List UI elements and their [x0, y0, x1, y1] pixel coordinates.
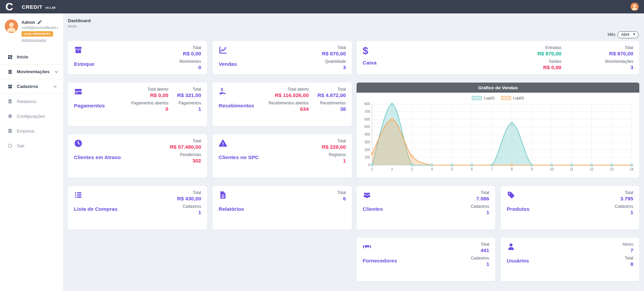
svg-text:4: 4 — [431, 167, 433, 171]
stat-value: 3 — [343, 64, 346, 71]
stat-label: Saídas — [549, 59, 561, 64]
sales-chart-card: Gráfico de Vendas Loja01Loja02 010020030… — [357, 83, 639, 178]
stat-label: Total — [337, 139, 346, 144]
sidebar-item-label: Configurações — [17, 114, 45, 119]
legend-swatch — [501, 96, 511, 100]
sidebar-item-empresa[interactable]: Empresa — [0, 124, 63, 138]
card-fornecedores[interactable]: Fornecedores Total441Cadastros1 — [357, 238, 495, 281]
card-stats: TotalR$ 228,00Registros1 — [322, 139, 346, 173]
sidebar-item-label: Início — [17, 54, 28, 59]
stat-label: Cadastros — [471, 204, 489, 209]
sidebar-item-cadastros[interactable]: Cadastros — [0, 79, 63, 94]
stat-value: R$ 870,00 — [322, 50, 346, 57]
card-title: Produtos — [507, 206, 530, 212]
sidebar-item-label: Sair — [17, 143, 25, 148]
stat-value: 6 — [343, 195, 346, 202]
handshake-icon — [363, 242, 397, 252]
sidebar-item-relatorios[interactable]: Relatórios — [0, 94, 63, 109]
stat-value: 1 — [630, 209, 633, 216]
stat-label: Total — [625, 256, 633, 261]
legend-swatch — [472, 96, 482, 100]
stat-label: Recebimentos — [320, 101, 346, 106]
user-name: Admin — [21, 19, 58, 25]
stat-label: Total aberto — [288, 87, 309, 92]
stat-column: TotalR$ 57.480,00Pendências302 — [170, 139, 201, 173]
card-produtos[interactable]: Produtos Total3.795Cadastros1 — [501, 186, 639, 230]
stat-column: TotalR$ 0,00Movimentos0 — [179, 46, 201, 70]
stat-column: Ativos7Total8 — [622, 242, 633, 277]
svg-text:300: 300 — [364, 140, 370, 144]
svg-text:600: 600 — [364, 117, 370, 121]
user-email: credit@anronsoftware.co... — [21, 26, 58, 30]
card-pagamentos[interactable]: Pagamentos Total abertoR$ 0,00Pagamentos… — [68, 83, 207, 126]
chevron-down-icon — [52, 84, 58, 89]
card-stats: Total441Cadastros1 — [471, 242, 489, 277]
card-title: Estoque — [74, 61, 94, 67]
stat-label: Total — [481, 191, 489, 195]
sidebar-item-configuracoes[interactable]: Configurações — [0, 109, 63, 124]
stat-column: TotalR$ 870,00Movimentações3 — [605, 46, 633, 70]
card-clientes-no-spc[interactable]: Clientes no SPC TotalR$ 228,00Registros1 — [213, 134, 352, 178]
stat-label: Total — [193, 87, 201, 92]
card-clientes-em-atraso[interactable]: Clientes em Atraso TotalR$ 57.480,00Pend… — [68, 134, 207, 178]
sidebar-item-sair[interactable]: Sair — [0, 138, 63, 153]
user-icon — [507, 242, 529, 252]
card-stats: TotalR$ 0,00Movimentos0 — [179, 46, 201, 70]
card-recebimentos[interactable]: $ Recebimentos Total abertoR$ 116.026,00… — [213, 83, 352, 126]
sidebar-item-movimentacoes[interactable]: Movimentações — [0, 64, 63, 79]
card-title: Lista de Compras — [74, 206, 118, 212]
user-name-text: Admin — [21, 20, 35, 25]
power-icon — [7, 143, 13, 148]
stat-label: Total — [193, 46, 201, 50]
stat-label: Movimentos — [179, 59, 201, 64]
card-clientes[interactable]: Clientes Total7.066Cadastros1 — [357, 186, 495, 230]
legend-item[interactable]: Loja02 — [501, 96, 524, 100]
stat-label: Cadastros — [183, 204, 201, 209]
stat-value: R$ 116.026,00 — [275, 92, 309, 99]
card-lista-de-compras[interactable]: Lista de Compras TotalR$ 430,00Cadastros… — [68, 186, 207, 230]
stat-label: Movimentações — [605, 59, 633, 64]
svg-text:13: 13 — [610, 167, 614, 171]
card-relatorios[interactable]: Relatórios Total6 — [213, 186, 352, 230]
card-estoque[interactable]: Estoque TotalR$ 0,00Movimentos0 — [68, 41, 207, 75]
stat-column: TotalR$ 870,00Quantidade3 — [322, 46, 346, 70]
sidebar-item-inicio[interactable]: Início — [0, 50, 63, 64]
card-title: Caixa — [363, 60, 376, 66]
stat-column: TotalR$ 321,00Pagamentos1 — [177, 87, 201, 122]
month-select[interactable]: Abril — [617, 31, 639, 38]
user-avatar[interactable] — [5, 19, 18, 33]
stat-label: Ativos — [622, 242, 633, 247]
database-icon — [7, 69, 13, 75]
stat-value: 7.066 — [476, 195, 489, 202]
card-stats: Ativos7Total8 — [622, 242, 633, 277]
header-avatar[interactable] — [631, 3, 639, 11]
svg-text:14: 14 — [630, 167, 634, 171]
breadcrumb: Dashboard Início — [68, 18, 639, 28]
stat-value: R$ 4.872,00 — [318, 92, 346, 99]
sidebar-item-label: Cadastros — [17, 84, 38, 89]
stat-value: R$ 430,00 — [177, 195, 201, 202]
card-stats: Total7.066Cadastros1 — [471, 191, 489, 225]
stat-column: Total abertoR$ 116.026,00Recebimentos ab… — [268, 87, 309, 122]
stat-label: Total — [337, 46, 346, 50]
stat-column: TotalR$ 228,00Registros1 — [322, 139, 346, 173]
pencil-icon[interactable] — [37, 19, 42, 25]
sidebar-item-label: Empresa — [17, 129, 34, 134]
page-title: Dashboard — [68, 18, 639, 23]
main-content: Dashboard Início Mês Abril Estoque — [63, 13, 644, 291]
clock-icon — [74, 139, 121, 148]
card-caixa[interactable]: $ Caixa EntradasR$ 870,00SaídasR$ 0,00To… — [357, 41, 639, 75]
card-vendas[interactable]: Vendas TotalR$ 870,00Quantidade3 — [213, 41, 352, 75]
card-title: Clientes no SPC — [219, 154, 259, 160]
card-stats: Total6 — [337, 191, 346, 225]
card-usuarios[interactable]: Usuários Ativos7Total8 — [501, 238, 639, 281]
month-label: Mês — [607, 32, 615, 37]
hand-dollar-icon: $ — [219, 87, 254, 97]
svg-text:700: 700 — [364, 110, 370, 113]
legend-item[interactable]: Loja01 — [472, 96, 495, 100]
stat-value: 3.795 — [620, 195, 633, 202]
stat-column: Total3.795Cadastros1 — [615, 191, 633, 225]
breadcrumb-subtitle: Início — [68, 24, 639, 28]
month-filter: Mês Abril — [68, 31, 639, 38]
stat-value: R$ 870,00 — [537, 50, 561, 57]
